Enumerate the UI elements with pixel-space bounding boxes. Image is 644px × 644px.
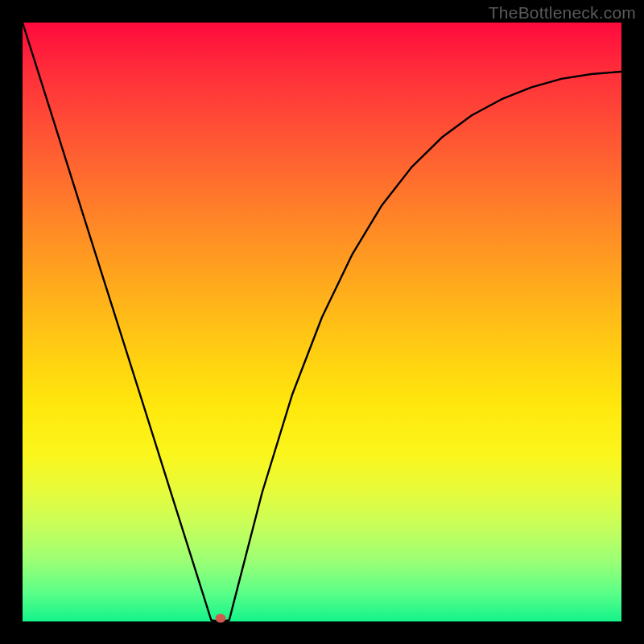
watermark-text: TheBottleneck.com (489, 3, 636, 23)
bottleneck-curve (23, 23, 621, 621)
chart-frame: TheBottleneck.com (0, 0, 644, 644)
minimum-marker (215, 614, 225, 623)
plot-area (23, 23, 621, 621)
curve-svg (23, 23, 621, 621)
